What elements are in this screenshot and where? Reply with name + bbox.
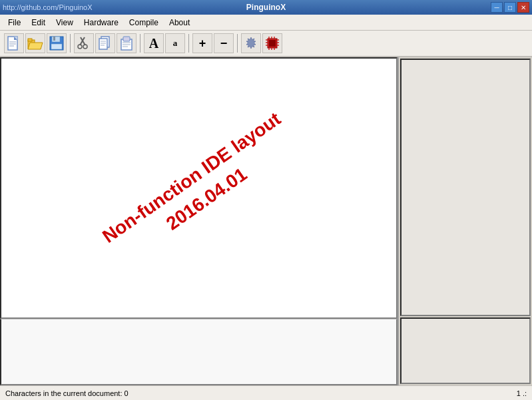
cut-button[interactable] xyxy=(74,33,94,53)
open-folder-icon xyxy=(27,37,43,50)
minimize-button[interactable]: ─ xyxy=(491,2,503,13)
title-bar-url: http://github.com/PinguinoX xyxy=(3,3,93,11)
right-top-panel xyxy=(400,59,531,316)
new-button[interactable] xyxy=(4,33,24,53)
svg-rect-11 xyxy=(53,37,55,41)
copy-button[interactable] xyxy=(95,33,115,53)
right-panel xyxy=(399,57,532,385)
separator-4 xyxy=(237,34,238,53)
code-editor[interactable]: Non-function IDE layout 2016.04.01 xyxy=(0,57,398,319)
separator-2 xyxy=(140,34,140,53)
open-button[interactable] xyxy=(25,33,45,53)
font-small-icon: a xyxy=(173,38,178,49)
save-button[interactable] xyxy=(47,33,67,53)
status-text: Characters in the current document: 0 xyxy=(5,389,129,397)
svg-marker-8 xyxy=(28,43,43,49)
maximize-button[interactable]: □ xyxy=(504,2,516,13)
zoom-out-button[interactable]: − xyxy=(214,33,234,53)
main-area: Non-function IDE layout 2016.04.01 xyxy=(0,57,532,385)
menu-file[interactable]: File xyxy=(3,17,26,29)
cut-icon xyxy=(77,36,91,51)
svg-rect-10 xyxy=(52,37,60,42)
watermark: Non-function IDE layout 2016.04.01 xyxy=(97,106,300,270)
save-icon xyxy=(49,36,64,51)
new-file-icon xyxy=(7,36,21,51)
plus-icon: + xyxy=(199,37,206,51)
paste-button[interactable] xyxy=(117,33,136,53)
svg-rect-7 xyxy=(28,39,32,41)
svg-rect-23 xyxy=(123,37,130,41)
gear-icon xyxy=(244,36,258,51)
separator-3 xyxy=(188,34,189,53)
close-button[interactable]: ✕ xyxy=(517,2,529,13)
menu-edit[interactable]: Edit xyxy=(26,17,51,29)
svg-rect-18 xyxy=(99,39,107,49)
toolbar: A a + − xyxy=(0,31,532,57)
title-bar-title: PinguinoX xyxy=(246,3,286,12)
menu-view[interactable]: View xyxy=(51,17,79,29)
menu-compile[interactable]: Compile xyxy=(124,17,164,29)
title-bar-controls: ─ □ ✕ xyxy=(491,2,529,13)
status-bar: Characters in the current document: 0 1 … xyxy=(0,385,532,400)
font-small-button[interactable]: a xyxy=(165,33,185,53)
minus-icon: − xyxy=(220,37,228,51)
copy-icon xyxy=(99,36,112,51)
paste-icon xyxy=(120,36,133,51)
zoom-in-button[interactable]: + xyxy=(192,33,212,53)
chip-icon xyxy=(264,35,280,51)
settings-button[interactable] xyxy=(241,33,261,53)
output-area[interactable] xyxy=(0,319,398,385)
menu-bar: File Edit View Hardware Compile About xyxy=(0,15,532,31)
font-big-button[interactable]: A xyxy=(144,33,164,53)
menu-about[interactable]: About xyxy=(164,17,195,29)
title-bar: http://github.com/PinguinoX PinguinoX ─ … xyxy=(0,0,532,15)
menu-hardware[interactable]: Hardware xyxy=(79,17,124,29)
upload-button[interactable] xyxy=(262,33,282,53)
editor-panel: Non-function IDE layout 2016.04.01 xyxy=(0,57,399,385)
svg-rect-12 xyxy=(51,44,62,49)
right-bottom-panel xyxy=(400,317,531,384)
font-big-icon: A xyxy=(149,36,158,51)
separator-1 xyxy=(70,34,71,53)
svg-rect-29 xyxy=(269,40,276,47)
status-position: 1 .: xyxy=(517,389,527,397)
